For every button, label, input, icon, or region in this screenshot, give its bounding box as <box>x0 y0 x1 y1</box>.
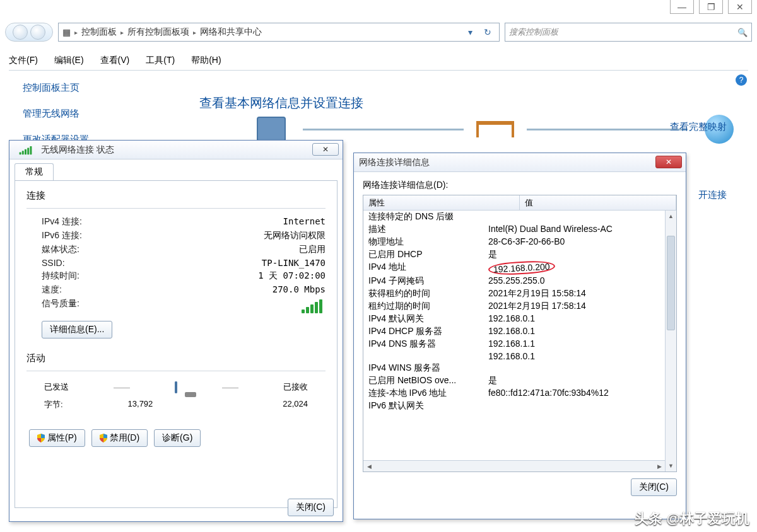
breadcrumb[interactable]: 所有控制面板项 <box>127 26 189 38</box>
horizontal-scrollbar[interactable]: ◀ ▶ <box>363 460 665 471</box>
table-row[interactable]: IPv4 WINS 服务器 <box>363 362 676 374</box>
vertical-scrollbar[interactable]: ▲ ▼ <box>665 211 676 471</box>
table-row[interactable]: IPv4 DHCP 服务器192.168.0.1 <box>363 325 676 338</box>
value-cell: 是 <box>483 248 676 261</box>
menu-file[interactable]: 文件(F) <box>9 55 38 66</box>
prop-cell: 获得租约的时间 <box>363 287 483 300</box>
prop-cell: 描述 <box>363 223 483 236</box>
col-value[interactable]: 值 <box>520 195 676 210</box>
scroll-right-icon[interactable]: ▶ <box>654 463 665 470</box>
wifi-icon <box>20 145 34 154</box>
prop-cell: 物理地址 <box>363 236 483 248</box>
disable-button[interactable]: 禁用(D) <box>91 429 148 447</box>
prop-cell: 连接-本地 IPv6 地址 <box>363 387 483 400</box>
value-cell: 28-C6-3F-20-66-B0 <box>483 236 676 248</box>
watermark: 头条 @林子爱玩机 <box>635 509 749 528</box>
window-max-button[interactable]: ❐ <box>699 0 723 14</box>
prop-cell <box>363 350 483 362</box>
table-row[interactable]: 已启用 NetBIOS ove...是 <box>363 374 676 387</box>
value-cell: 192.168.0.1 <box>483 313 676 325</box>
window-chrome: — ❐ ✕ <box>670 0 752 14</box>
prop-cell: 已启用 NetBIOS ove... <box>363 374 483 387</box>
scroll-up-icon[interactable]: ▲ <box>666 211 676 222</box>
sidebar-item-home[interactable]: 控制面板主页 <box>23 82 180 94</box>
prop-cell: IPv4 子网掩码 <box>363 275 483 287</box>
breadcrumb[interactable]: 网络和共享中心 <box>200 26 262 38</box>
ssid-label: SSID: <box>42 258 65 268</box>
prop-cell: IPv4 DNS 服务器 <box>363 338 483 350</box>
window-close-button[interactable]: ✕ <box>728 0 752 14</box>
dialog-titlebar[interactable]: 无线网络连接 状态 ✕ <box>9 141 343 159</box>
prop-cell: IPv6 默认网关 <box>363 400 483 412</box>
dialog-close-button[interactable]: ✕ <box>655 156 682 168</box>
table-row[interactable]: IPv4 默认网关192.168.0.1 <box>363 313 676 325</box>
details-header: 网络连接详细信息(D): <box>363 180 677 191</box>
table-row[interactable]: 192.168.0.1 <box>363 350 676 362</box>
shield-icon <box>100 434 107 442</box>
search-placeholder: 搜索控制面板 <box>509 26 558 38</box>
value-cell: 是 <box>483 374 676 387</box>
table-row[interactable]: 物理地址28-C6-3F-20-66-B0 <box>363 236 676 248</box>
table-row[interactable]: 描述Intel(R) Dual Band Wireless-AC <box>363 223 676 236</box>
value-cell: 192.168.0.200 <box>483 261 676 275</box>
back-icon <box>13 25 28 40</box>
value-cell: Intel(R) Dual Band Wireless-AC <box>483 223 676 236</box>
table-row[interactable]: 已启用 DHCP是 <box>363 248 676 261</box>
value-cell <box>483 400 676 412</box>
duration-value: 1 天 07:02:00 <box>258 270 326 282</box>
help-icon[interactable]: ? <box>736 74 747 86</box>
table-row[interactable]: IPv4 DNS 服务器192.168.1.1 <box>363 338 676 350</box>
diagnose-button[interactable]: 诊断(G) <box>154 429 201 447</box>
menu-tools[interactable]: 工具(T) <box>146 55 175 66</box>
value-cell: fe80::fd12:471a:70fc:93b4%12 <box>483 387 676 400</box>
table-row[interactable]: IPv6 默认网关 <box>363 400 676 412</box>
network-details-dialog: 网络连接详细信息 ✕ 网络连接详细信息(D): 属性 值 连接特定的 DNS 后… <box>353 153 686 519</box>
scroll-thumb[interactable] <box>667 236 675 330</box>
menu-edit[interactable]: 编辑(E) <box>54 55 84 66</box>
prop-cell: IPv4 WINS 服务器 <box>363 362 483 374</box>
dialog-close-button[interactable]: ✕ <box>312 143 339 156</box>
scroll-down-icon[interactable]: ▼ <box>666 460 676 471</box>
highlighted-ip: 192.168.0.200 <box>488 260 555 275</box>
ipv6-conn-label: IPv6 连接: <box>42 230 82 241</box>
search-input[interactable]: 搜索控制面板 🔍 <box>505 23 752 42</box>
shield-icon <box>37 434 45 442</box>
table-row[interactable]: 获得租约的时间2021年2月19日 15:58:14 <box>363 287 676 300</box>
disconnect-link[interactable]: 开连接 <box>698 189 727 201</box>
table-row[interactable]: IPv4 子网掩码255.255.255.0 <box>363 275 676 287</box>
table-row[interactable]: 租约过期的时间2021年2月19日 17:58:14 <box>363 300 676 313</box>
table-row[interactable]: 连接-本地 IPv6 地址fe80::fd12:471a:70fc:93b4%1… <box>363 387 676 400</box>
view-full-map-link[interactable]: 查看完整映射 <box>670 121 727 133</box>
window-min-button[interactable]: — <box>670 0 694 14</box>
prop-cell: IPv4 地址 <box>363 261 483 275</box>
menu-help[interactable]: 帮助(H) <box>191 55 221 66</box>
bytes-sent-value: 13,792 <box>128 399 153 410</box>
ssid-value: TP-LINK_1470 <box>262 258 326 268</box>
address-bar[interactable]: ▦ ▸ 控制面板 ▸ 所有控制面板项 ▸ 网络和共享中心 ▾ ↻ <box>58 23 500 42</box>
speed-value: 270.0 Mbps <box>273 284 326 296</box>
sent-label: 已发送 <box>44 381 69 393</box>
details-button[interactable]: 详细信息(E)... <box>42 321 112 338</box>
menu-view[interactable]: 查看(V) <box>100 55 130 66</box>
scroll-left-icon[interactable]: ◀ <box>363 463 375 470</box>
value-cell: 192.168.1.1 <box>483 338 676 350</box>
breadcrumb[interactable]: 控制面板 <box>81 26 117 38</box>
search-icon: 🔍 <box>737 28 748 37</box>
prop-cell: IPv4 默认网关 <box>363 313 483 325</box>
value-cell: 2021年2月19日 17:58:14 <box>483 300 676 313</box>
close-button[interactable]: 关闭(C) <box>631 478 677 496</box>
forward-icon <box>30 25 45 40</box>
table-row[interactable]: IPv4 地址192.168.0.200 <box>363 261 676 275</box>
bytes-label: 字节: <box>44 399 63 410</box>
activity-icon <box>175 381 177 393</box>
col-property[interactable]: 属性 <box>363 195 520 210</box>
close-button[interactable]: 关闭(C) <box>288 499 334 516</box>
sidebar-item-wireless[interactable]: 管理无线网络 <box>23 108 180 120</box>
properties-button[interactable]: 属性(P) <box>29 429 85 447</box>
nav-back-forward[interactable] <box>5 23 53 42</box>
table-row[interactable]: 连接特定的 DNS 后缀 <box>363 211 676 223</box>
dialog-titlebar[interactable]: 网络连接详细信息 ✕ <box>354 153 686 172</box>
tab-general[interactable]: 常规 <box>15 163 54 180</box>
refresh-icon[interactable]: ↻ <box>480 25 495 40</box>
dropdown-icon[interactable]: ▾ <box>462 25 478 40</box>
